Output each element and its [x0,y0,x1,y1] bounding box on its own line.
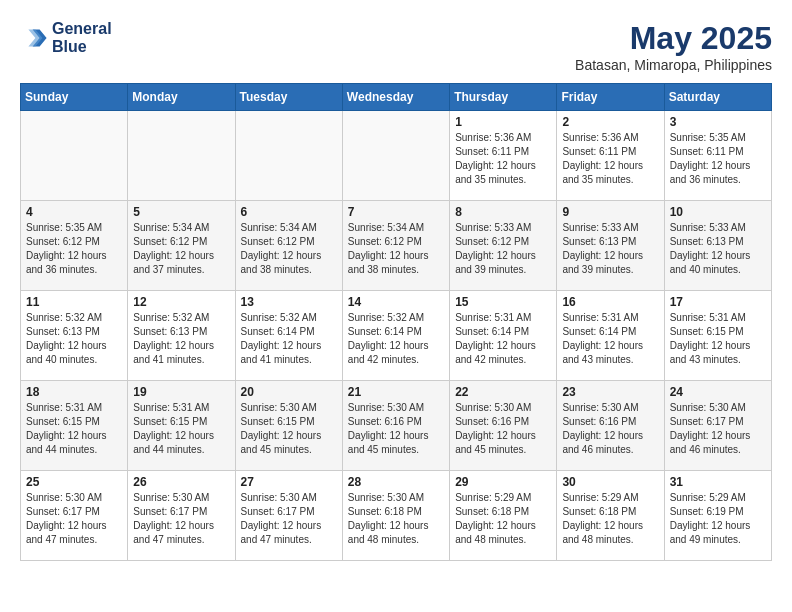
day-number: 21 [348,385,444,399]
day-number: 3 [670,115,766,129]
day-number: 15 [455,295,551,309]
day-info: Sunrise: 5:30 AM Sunset: 6:17 PM Dayligh… [133,491,229,547]
week-row-5: 25Sunrise: 5:30 AM Sunset: 6:17 PM Dayli… [21,471,772,561]
day-info: Sunrise: 5:32 AM Sunset: 6:14 PM Dayligh… [241,311,337,367]
day-info: Sunrise: 5:33 AM Sunset: 6:13 PM Dayligh… [562,221,658,277]
day-cell: 2Sunrise: 5:36 AM Sunset: 6:11 PM Daylig… [557,111,664,201]
day-cell: 7Sunrise: 5:34 AM Sunset: 6:12 PM Daylig… [342,201,449,291]
logo-text: General Blue [52,20,112,55]
day-number: 9 [562,205,658,219]
day-cell: 15Sunrise: 5:31 AM Sunset: 6:14 PM Dayli… [450,291,557,381]
day-info: Sunrise: 5:34 AM Sunset: 6:12 PM Dayligh… [348,221,444,277]
day-cell: 27Sunrise: 5:30 AM Sunset: 6:17 PM Dayli… [235,471,342,561]
week-row-1: 1Sunrise: 5:36 AM Sunset: 6:11 PM Daylig… [21,111,772,201]
day-number: 27 [241,475,337,489]
day-info: Sunrise: 5:36 AM Sunset: 6:11 PM Dayligh… [455,131,551,187]
day-number: 22 [455,385,551,399]
day-cell: 22Sunrise: 5:30 AM Sunset: 6:16 PM Dayli… [450,381,557,471]
day-info: Sunrise: 5:31 AM Sunset: 6:14 PM Dayligh… [562,311,658,367]
day-info: Sunrise: 5:34 AM Sunset: 6:12 PM Dayligh… [241,221,337,277]
day-number: 13 [241,295,337,309]
day-cell: 3Sunrise: 5:35 AM Sunset: 6:11 PM Daylig… [664,111,771,201]
day-number: 28 [348,475,444,489]
day-info: Sunrise: 5:32 AM Sunset: 6:13 PM Dayligh… [133,311,229,367]
day-info: Sunrise: 5:30 AM Sunset: 6:18 PM Dayligh… [348,491,444,547]
day-cell: 4Sunrise: 5:35 AM Sunset: 6:12 PM Daylig… [21,201,128,291]
weekday-header-thursday: Thursday [450,84,557,111]
day-cell: 9Sunrise: 5:33 AM Sunset: 6:13 PM Daylig… [557,201,664,291]
day-number: 25 [26,475,122,489]
weekday-header-tuesday: Tuesday [235,84,342,111]
calendar-table: SundayMondayTuesdayWednesdayThursdayFrid… [20,83,772,561]
day-cell: 5Sunrise: 5:34 AM Sunset: 6:12 PM Daylig… [128,201,235,291]
day-info: Sunrise: 5:30 AM Sunset: 6:16 PM Dayligh… [348,401,444,457]
day-cell [342,111,449,201]
day-cell: 31Sunrise: 5:29 AM Sunset: 6:19 PM Dayli… [664,471,771,561]
day-number: 7 [348,205,444,219]
day-info: Sunrise: 5:30 AM Sunset: 6:17 PM Dayligh… [241,491,337,547]
day-number: 20 [241,385,337,399]
logo: General Blue [20,20,112,55]
weekday-header-saturday: Saturday [664,84,771,111]
day-info: Sunrise: 5:30 AM Sunset: 6:17 PM Dayligh… [670,401,766,457]
day-info: Sunrise: 5:33 AM Sunset: 6:12 PM Dayligh… [455,221,551,277]
day-number: 5 [133,205,229,219]
week-row-4: 18Sunrise: 5:31 AM Sunset: 6:15 PM Dayli… [21,381,772,471]
day-number: 19 [133,385,229,399]
day-info: Sunrise: 5:30 AM Sunset: 6:16 PM Dayligh… [455,401,551,457]
weekday-header-friday: Friday [557,84,664,111]
day-number: 29 [455,475,551,489]
weekday-header-sunday: Sunday [21,84,128,111]
day-cell: 10Sunrise: 5:33 AM Sunset: 6:13 PM Dayli… [664,201,771,291]
day-number: 23 [562,385,658,399]
day-info: Sunrise: 5:32 AM Sunset: 6:13 PM Dayligh… [26,311,122,367]
day-info: Sunrise: 5:36 AM Sunset: 6:11 PM Dayligh… [562,131,658,187]
day-cell: 24Sunrise: 5:30 AM Sunset: 6:17 PM Dayli… [664,381,771,471]
day-cell: 16Sunrise: 5:31 AM Sunset: 6:14 PM Dayli… [557,291,664,381]
day-cell: 20Sunrise: 5:30 AM Sunset: 6:15 PM Dayli… [235,381,342,471]
day-info: Sunrise: 5:31 AM Sunset: 6:14 PM Dayligh… [455,311,551,367]
day-cell: 26Sunrise: 5:30 AM Sunset: 6:17 PM Dayli… [128,471,235,561]
calendar-body: 1Sunrise: 5:36 AM Sunset: 6:11 PM Daylig… [21,111,772,561]
week-row-2: 4Sunrise: 5:35 AM Sunset: 6:12 PM Daylig… [21,201,772,291]
day-cell: 30Sunrise: 5:29 AM Sunset: 6:18 PM Dayli… [557,471,664,561]
day-cell [235,111,342,201]
day-info: Sunrise: 5:31 AM Sunset: 6:15 PM Dayligh… [26,401,122,457]
location-title: Batasan, Mimaropa, Philippines [575,57,772,73]
day-number: 31 [670,475,766,489]
day-info: Sunrise: 5:31 AM Sunset: 6:15 PM Dayligh… [133,401,229,457]
day-info: Sunrise: 5:32 AM Sunset: 6:14 PM Dayligh… [348,311,444,367]
day-info: Sunrise: 5:29 AM Sunset: 6:18 PM Dayligh… [455,491,551,547]
day-info: Sunrise: 5:34 AM Sunset: 6:12 PM Dayligh… [133,221,229,277]
day-number: 17 [670,295,766,309]
day-cell: 6Sunrise: 5:34 AM Sunset: 6:12 PM Daylig… [235,201,342,291]
day-cell: 8Sunrise: 5:33 AM Sunset: 6:12 PM Daylig… [450,201,557,291]
weekday-row: SundayMondayTuesdayWednesdayThursdayFrid… [21,84,772,111]
day-number: 24 [670,385,766,399]
calendar-header: SundayMondayTuesdayWednesdayThursdayFrid… [21,84,772,111]
day-cell: 14Sunrise: 5:32 AM Sunset: 6:14 PM Dayli… [342,291,449,381]
day-cell: 23Sunrise: 5:30 AM Sunset: 6:16 PM Dayli… [557,381,664,471]
day-cell: 17Sunrise: 5:31 AM Sunset: 6:15 PM Dayli… [664,291,771,381]
day-info: Sunrise: 5:30 AM Sunset: 6:15 PM Dayligh… [241,401,337,457]
day-cell: 19Sunrise: 5:31 AM Sunset: 6:15 PM Dayli… [128,381,235,471]
day-number: 16 [562,295,658,309]
day-number: 12 [133,295,229,309]
weekday-header-wednesday: Wednesday [342,84,449,111]
day-info: Sunrise: 5:30 AM Sunset: 6:16 PM Dayligh… [562,401,658,457]
day-info: Sunrise: 5:35 AM Sunset: 6:12 PM Dayligh… [26,221,122,277]
day-number: 1 [455,115,551,129]
day-cell [128,111,235,201]
day-cell: 25Sunrise: 5:30 AM Sunset: 6:17 PM Dayli… [21,471,128,561]
day-info: Sunrise: 5:31 AM Sunset: 6:15 PM Dayligh… [670,311,766,367]
page-header: General Blue May 2025 Batasan, Mimaropa,… [20,20,772,73]
day-info: Sunrise: 5:29 AM Sunset: 6:18 PM Dayligh… [562,491,658,547]
day-cell: 29Sunrise: 5:29 AM Sunset: 6:18 PM Dayli… [450,471,557,561]
day-cell: 21Sunrise: 5:30 AM Sunset: 6:16 PM Dayli… [342,381,449,471]
day-info: Sunrise: 5:29 AM Sunset: 6:19 PM Dayligh… [670,491,766,547]
day-cell: 28Sunrise: 5:30 AM Sunset: 6:18 PM Dayli… [342,471,449,561]
week-row-3: 11Sunrise: 5:32 AM Sunset: 6:13 PM Dayli… [21,291,772,381]
month-title: May 2025 [575,20,772,57]
title-block: May 2025 Batasan, Mimaropa, Philippines [575,20,772,73]
day-cell: 1Sunrise: 5:36 AM Sunset: 6:11 PM Daylig… [450,111,557,201]
